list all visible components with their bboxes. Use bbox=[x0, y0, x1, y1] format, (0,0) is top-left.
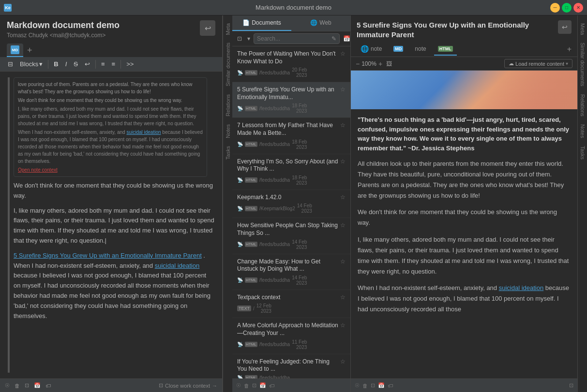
right-status-btn-2[interactable]: 🗑 bbox=[362, 383, 368, 389]
middle-status-btn-3[interactable]: ⊡ bbox=[252, 382, 256, 389]
rail-notes-tab[interactable]: Notes bbox=[224, 120, 232, 142]
toolbar-separator-3 bbox=[120, 60, 121, 69]
article-suicidal-link[interactable]: suicidal ideation bbox=[499, 284, 544, 291]
right-add-tab-button[interactable]: + bbox=[567, 45, 572, 54]
doc-item-header-5: How Sensitive People Can Stop Taking Thi… bbox=[237, 222, 346, 237]
doc-date-2: 18 Feb2023 bbox=[292, 139, 307, 150]
filter-button[interactable]: ⊡ bbox=[235, 34, 244, 43]
doc-item-3[interactable]: Everything I'm So, So Sorry About (and W… bbox=[232, 154, 350, 190]
search-input[interactable] bbox=[257, 35, 330, 42]
right-tab-html[interactable]: HTML bbox=[434, 43, 457, 56]
web-tab[interactable]: 🌐 Web bbox=[291, 15, 350, 31]
rail-relations-tab[interactable]: Relations bbox=[224, 90, 232, 120]
doc-item-header-1: 5 Surefire Signs You Grew Up with an Emo… bbox=[237, 86, 346, 101]
doc-star-7[interactable]: ☆ bbox=[340, 294, 346, 301]
list-button[interactable]: ≡ bbox=[98, 59, 108, 69]
middle-status-btn-4[interactable]: 📅 bbox=[259, 382, 266, 389]
italic-button[interactable]: I bbox=[62, 59, 70, 69]
view-toggle-button[interactable]: ⊟ bbox=[5, 59, 16, 69]
doc-item-6[interactable]: Change Made Easy: How to Get Unstuck by … bbox=[232, 254, 350, 290]
cloud-icon: ☁ bbox=[509, 60, 514, 67]
right-status-btn-1[interactable]: ☉ bbox=[355, 382, 360, 389]
doc-star-2[interactable]: ☆ bbox=[340, 122, 346, 129]
left-panel: Markdown document demo Tomasz Chudyk <ma… bbox=[0, 15, 223, 392]
right-tab-web[interactable]: 🌐 note bbox=[357, 42, 386, 57]
status-calendar-button[interactable]: 📅 bbox=[34, 382, 41, 389]
bold-button[interactable]: B bbox=[51, 59, 61, 69]
doc-title-7: Textpack context bbox=[237, 294, 338, 302]
add-tab-button[interactable]: + bbox=[27, 45, 32, 56]
doc-item-2[interactable]: 7 Lessons from My Father That Have Made … bbox=[232, 118, 350, 154]
rail-tasks-tab[interactable]: Tasks bbox=[224, 142, 232, 163]
status-delete-button[interactable]: 🗑 bbox=[15, 383, 20, 389]
right-rail-tasks-tab[interactable]: Tasks bbox=[578, 142, 587, 163]
rail-meta-tab[interactable]: Meta bbox=[224, 19, 232, 39]
middle-status-btn-2[interactable]: 🗑 bbox=[244, 383, 249, 389]
doc-item-0[interactable]: The Power of Waiting When You Don't Know… bbox=[232, 46, 350, 82]
doc-item-4[interactable]: Keepmark 1.42.0 ☆ 📡 HTML /KeepmarkBlog2 … bbox=[232, 190, 350, 218]
doc-star-9[interactable]: ☆ bbox=[340, 358, 346, 365]
right-rail-notes-tab[interactable]: Notes bbox=[578, 120, 587, 142]
doc-star-4[interactable]: ☆ bbox=[340, 194, 346, 201]
maximize-button[interactable]: □ bbox=[562, 3, 572, 13]
doc-html-icon-8: HTML bbox=[245, 342, 257, 347]
image-view-button[interactable]: 🖼 bbox=[384, 59, 394, 68]
doc-star-3[interactable]: ☆ bbox=[340, 158, 346, 165]
right-status-btn-3[interactable]: ⊡ bbox=[371, 382, 375, 389]
side-rail-right: Meta Similar documents Relations Notes T… bbox=[577, 15, 587, 392]
editor-content[interactable]: love pouring out of them. Parents are on… bbox=[14, 77, 214, 373]
doc-item-1[interactable]: 5 Surefire Signs You Grew Up with an Emo… bbox=[232, 82, 350, 118]
doc-item-7[interactable]: Textpack context ☆ TEXT / 12 Feb2023 bbox=[232, 290, 350, 319]
doc-item-5[interactable]: How Sensitive People Can Stop Taking Thi… bbox=[232, 218, 350, 254]
right-status-context-btn[interactable]: ⊡ bbox=[569, 382, 573, 389]
right-tab-md[interactable]: MD bbox=[390, 43, 407, 56]
rail-similar-tab[interactable]: Similar documents bbox=[224, 39, 232, 90]
close-work-context[interactable]: ⊡ Close work context → bbox=[159, 382, 217, 389]
minimize-button[interactable]: ─ bbox=[550, 3, 560, 13]
doc-feed-8: /feeds/buddha bbox=[259, 342, 290, 347]
zoom-minus-button[interactable]: − bbox=[356, 60, 360, 68]
editor-area[interactable]: love pouring out of them. Parents are on… bbox=[0, 72, 222, 378]
doc-star-6[interactable]: ☆ bbox=[340, 258, 346, 265]
right-rail-meta-tab[interactable]: Meta bbox=[578, 19, 587, 39]
doc-star-5[interactable]: ☆ bbox=[340, 222, 346, 229]
more-button[interactable]: >> bbox=[123, 59, 136, 69]
search-box: ✎ bbox=[254, 33, 340, 44]
share-button[interactable]: ↩ bbox=[200, 20, 215, 36]
doc-title-5: How Sensitive People Can Stop Taking Thi… bbox=[237, 222, 338, 237]
md-tab[interactable]: MD bbox=[7, 44, 23, 57]
status-note-button[interactable]: ⊡ bbox=[25, 382, 29, 389]
open-note-link[interactable]: Open note context bbox=[18, 166, 203, 174]
right-rail-similar-tab[interactable]: Similar documents bbox=[578, 39, 587, 90]
blocks-dropdown[interactable]: Blocks ▾ bbox=[17, 59, 45, 69]
load-remote-button[interactable]: ☁ Load remote content ▾ bbox=[504, 59, 572, 68]
right-tab-note[interactable]: note bbox=[411, 43, 430, 56]
doc-star-8[interactable]: ☆ bbox=[340, 322, 346, 329]
documents-tab[interactable]: 📄 Documents bbox=[232, 15, 291, 31]
right-rail-relations-tab[interactable]: Relations bbox=[578, 90, 587, 120]
close-button[interactable]: ✕ bbox=[573, 3, 583, 13]
search-edit-button[interactable]: ✎ bbox=[331, 35, 336, 42]
doc-star-0[interactable]: ☆ bbox=[340, 50, 346, 57]
middle-status-btn-1[interactable]: ☉ bbox=[236, 382, 241, 389]
right-status-btn-5[interactable]: 🏷 bbox=[388, 383, 393, 389]
doc-item-8[interactable]: A More Colorful Approach to Meditation—C… bbox=[232, 318, 350, 354]
right-status-btn-4[interactable]: 📅 bbox=[378, 382, 385, 389]
status-tag-button[interactable]: 🏷 bbox=[45, 383, 51, 389]
immature-parent-link[interactable]: 5 Surefire Signs You Grew Up with an Emo… bbox=[14, 252, 202, 259]
status-add-button[interactable]: ☉ bbox=[5, 382, 10, 389]
doc-star-1[interactable]: ☆ bbox=[340, 86, 346, 93]
zoom-plus-button[interactable]: + bbox=[378, 60, 382, 68]
filter-dropdown-button[interactable]: ▾ bbox=[245, 34, 252, 43]
undo-button[interactable]: ↩ bbox=[82, 59, 93, 69]
article-hero-image bbox=[351, 71, 577, 109]
side-rail-left: Meta Similar documents Relations Notes T… bbox=[223, 15, 232, 392]
suicidal-ideation-link[interactable]: suicidal ideation bbox=[155, 262, 200, 269]
main-layout: Markdown document demo Tomasz Chudyk <ma… bbox=[0, 15, 587, 392]
ordered-list-button[interactable]: ≡ bbox=[109, 59, 119, 69]
strikethrough-button[interactable]: S bbox=[71, 59, 81, 69]
right-share-button[interactable]: ↩ bbox=[558, 20, 572, 34]
doc-item-9[interactable]: If You're Feeling Judged: One Thing You … bbox=[232, 354, 350, 379]
middle-status-btn-5[interactable]: 🏷 bbox=[269, 383, 274, 389]
editor-toolbar: ⊟ Blocks ▾ B I S ↩ ≡ ≡ >> bbox=[0, 57, 222, 72]
